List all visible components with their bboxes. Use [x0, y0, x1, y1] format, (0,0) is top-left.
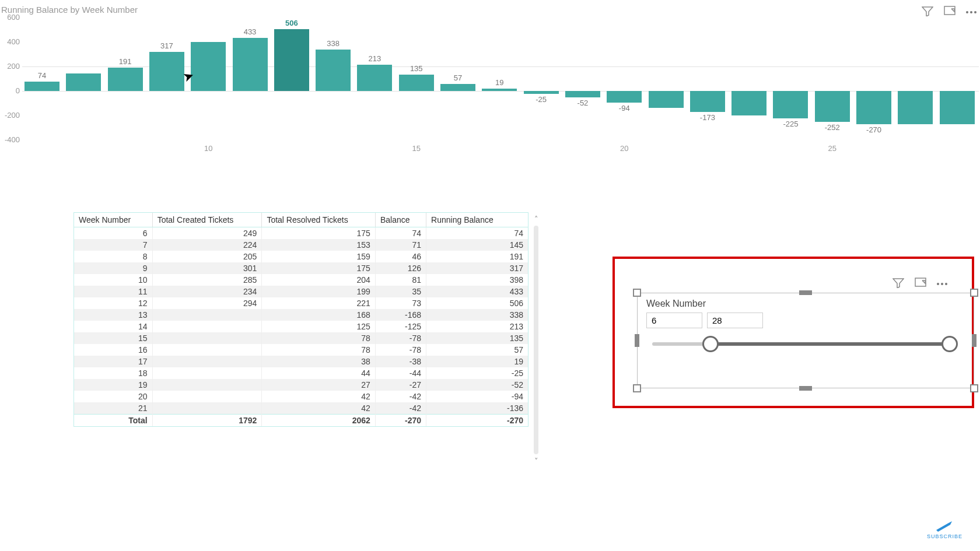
col-header-created[interactable]: Total Created Tickets — [152, 213, 262, 227]
table-row[interactable]: 1028520481398 — [74, 274, 528, 286]
col-header-week[interactable]: Week Number — [74, 213, 152, 227]
resize-handle-icon[interactable] — [633, 384, 641, 392]
resize-handle-icon[interactable] — [970, 289, 978, 297]
cell-resolved: 78 — [262, 344, 376, 356]
cell-balance: -168 — [375, 309, 426, 321]
scroll-up-icon[interactable]: ˄ — [534, 215, 538, 223]
filter-icon[interactable] — [922, 6, 933, 19]
chart-bar[interactable] — [815, 91, 850, 122]
cell-resolved: 159 — [262, 251, 376, 262]
cell-created: 234 — [152, 286, 262, 297]
cell-running: 191 — [426, 251, 528, 262]
cell-resolved: 153 — [262, 239, 376, 251]
table-row[interactable]: 1578-78135 — [74, 332, 528, 344]
cell-running: -94 — [426, 391, 528, 402]
table-row[interactable]: 13168-168338 — [74, 309, 528, 321]
x-axis-tick: 15 — [405, 144, 428, 153]
focus-mode-icon[interactable] — [944, 6, 956, 19]
cell-balance: 46 — [375, 251, 426, 262]
chart-bar[interactable] — [24, 82, 60, 91]
scroll-down-icon[interactable]: ˅ — [534, 457, 538, 465]
chart-bar[interactable] — [274, 29, 309, 91]
more-options-icon[interactable] — [966, 11, 977, 13]
chart-data-label: -225 — [773, 120, 808, 128]
cell-balance: -42 — [375, 391, 426, 402]
chart-visual: Running Balance by Week Number 600400200… — [0, 0, 980, 163]
week-number-slicer: Week Number — [646, 299, 966, 346]
chart-bar[interactable] — [940, 91, 975, 124]
chart-bar[interactable] — [149, 52, 184, 91]
table-row[interactable]: 14125-125213 — [74, 321, 528, 332]
chart-data-label: -52 — [565, 99, 600, 107]
more-options-icon[interactable] — [937, 283, 947, 285]
filter-icon[interactable] — [892, 278, 904, 290]
chart-bar[interactable] — [440, 84, 475, 91]
chart-bar[interactable] — [524, 91, 559, 94]
cell-created: 285 — [152, 274, 262, 286]
cell-created — [152, 379, 262, 391]
table-row[interactable]: 1123419935433 — [74, 286, 528, 297]
table-row[interactable]: 820515946191 — [74, 251, 528, 262]
table-row[interactable]: 2042-42-94 — [74, 391, 528, 402]
chart-bar[interactable] — [690, 91, 725, 112]
chart-bar[interactable] — [399, 75, 434, 91]
chart-bar[interactable] — [607, 91, 642, 103]
total-label: Total — [74, 415, 152, 427]
chart-bar[interactable] — [357, 65, 392, 91]
resize-handle-icon[interactable] — [970, 384, 978, 392]
resize-handle-icon[interactable] — [635, 334, 639, 347]
cell-week: 8 — [74, 251, 152, 262]
chart-bar[interactable] — [66, 73, 101, 91]
chart-bar[interactable] — [856, 91, 891, 124]
total-balance: -270 — [375, 415, 426, 427]
chart-data-label: 338 — [316, 39, 351, 48]
resize-handle-icon[interactable] — [633, 289, 641, 297]
slicer-slider-track[interactable] — [652, 342, 956, 346]
slicer-slider-handle-min[interactable] — [702, 336, 719, 352]
table-row[interactable]: 1738-3819 — [74, 356, 528, 367]
chart-title: Running Balance by Week Number — [1, 5, 138, 15]
table-row[interactable]: 1844-44-25 — [74, 367, 528, 379]
y-axis-tick: 200 — [1, 62, 20, 71]
chart-bar[interactable] — [233, 38, 268, 91]
data-table[interactable]: Week Number Total Created Tickets Total … — [74, 212, 528, 427]
chart-bar[interactable] — [565, 91, 600, 97]
table-row[interactable]: 722415371145 — [74, 239, 528, 251]
cell-balance: 35 — [375, 286, 426, 297]
chart-bar[interactable] — [773, 91, 808, 118]
slicer-slider-handle-max[interactable] — [942, 336, 958, 352]
col-header-balance[interactable]: Balance — [375, 213, 426, 227]
cell-balance: 73 — [375, 297, 426, 309]
subscribe-watermark: SUBSCRIBE — [927, 521, 963, 539]
resize-handle-icon[interactable] — [799, 290, 812, 295]
slicer-title: Week Number — [646, 299, 966, 309]
chart-bar[interactable] — [898, 91, 933, 124]
chart-bar[interactable] — [482, 89, 517, 91]
chart-bar[interactable] — [649, 91, 684, 108]
col-header-running[interactable]: Running Balance — [426, 213, 528, 227]
chart-bar[interactable] — [108, 68, 143, 91]
table-row[interactable]: 2142-42-136 — [74, 402, 528, 415]
chart-data-label: -270 — [856, 125, 891, 134]
slicer-min-input[interactable] — [646, 313, 702, 328]
table-row[interactable]: 1229422173506 — [74, 297, 528, 309]
chart-bar[interactable] — [732, 91, 766, 115]
table-row[interactable]: 9301175126317 — [74, 262, 528, 274]
col-header-resolved[interactable]: Total Resolved Tickets — [262, 213, 376, 227]
table-scrollbar[interactable]: ˄ ˅ — [532, 215, 540, 465]
resize-handle-icon[interactable] — [972, 334, 977, 347]
resize-handle-icon[interactable] — [799, 386, 812, 391]
cell-created — [152, 309, 262, 321]
table-row[interactable]: 1927-27-52 — [74, 379, 528, 391]
table-row[interactable]: 1678-7857 — [74, 344, 528, 356]
slicer-slider-fill — [710, 342, 950, 346]
total-running: -270 — [426, 415, 528, 427]
focus-mode-icon[interactable] — [915, 278, 926, 290]
scroll-track[interactable] — [534, 226, 538, 454]
table-row[interactable]: 62491757474 — [74, 227, 528, 240]
cell-week: 13 — [74, 309, 152, 321]
chart-bar[interactable] — [191, 42, 226, 91]
chart-bar[interactable] — [316, 50, 351, 91]
slicer-max-input[interactable] — [707, 313, 763, 328]
chart-plot-area[interactable]: 6004002000-200-4007419131710433506338213… — [22, 17, 979, 140]
